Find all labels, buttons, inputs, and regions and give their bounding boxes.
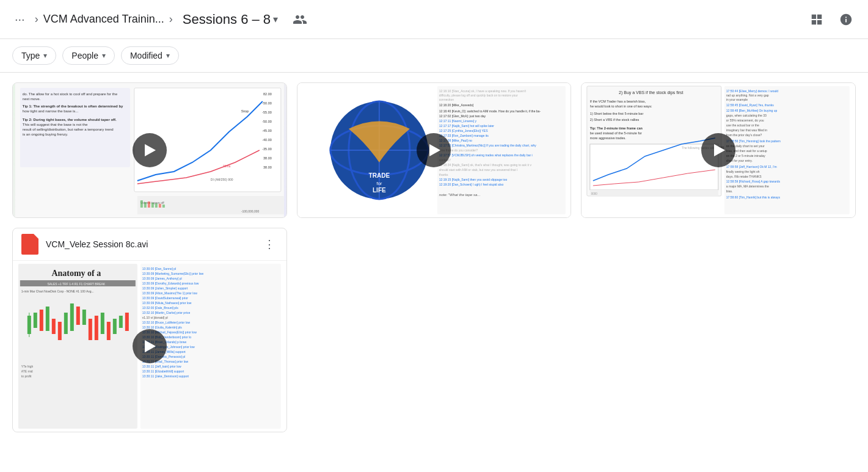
grid-view-button[interactable] bbox=[804, 7, 829, 32]
svg-text:13:30:00 [Dan_Sanno] pl: 13:30:00 [Dan_Sanno] pl bbox=[142, 267, 176, 270]
svg-rect-108 bbox=[27, 316, 31, 334]
svg-text:Tip 1: The strength of the bre: Tip 1: The strength of the breakout is o… bbox=[23, 104, 123, 108]
svg-text:ATE mid: ATE mid bbox=[21, 369, 33, 373]
svg-text:gaps, when calculating the 33: gaps, when calculating the 33 bbox=[726, 114, 767, 117]
bottom-grid: VCM_Velez Session 8c.avi ⋮ Anatomy of a … bbox=[12, 228, 856, 432]
type-filter-chip[interactable]: Type ▾ bbox=[12, 46, 56, 65]
svg-rect-24 bbox=[144, 202, 147, 208]
play-button-1[interactable] bbox=[133, 133, 167, 167]
svg-text:13:30:09 [Marketing_Surname(El: 13:30:09 [Marketing_Surname(Elic)] prior… bbox=[142, 272, 204, 275]
list-card-header: VCM_Velez Session 8c.avi ⋮ bbox=[13, 228, 286, 261]
svg-text:13:30:09 [Alton_Masimo(The 1] : 13:30:09 [Alton_Masimo(The 1] prior low bbox=[142, 291, 197, 295]
svg-text:38.00: 38.00 bbox=[263, 165, 272, 169]
svg-text:-40.00: -40.00 bbox=[262, 138, 272, 142]
svg-text:Tip: The 2-minute time frame c: Tip: The 2-minute time frame can bbox=[590, 126, 643, 130]
svg-rect-125 bbox=[119, 316, 123, 328]
svg-text:12:19:15 [Najib_Sami] then you: 12:19:15 [Najib_Sami] then you avoid sli… bbox=[439, 178, 507, 181]
svg-text:82.00: 82.00 bbox=[263, 92, 272, 96]
svg-text:17:58:58 [Jeff_Harrison] Ok M : 17:58:58 [Jeff_Harrison] Ok M 12, I'm bbox=[726, 165, 777, 169]
type-filter-arrow: ▾ bbox=[43, 51, 47, 60]
svg-text:12:18:34 [Najib_Sami] ok, that: 12:18:34 [Najib_Sami] ok, that's what I … bbox=[439, 163, 531, 167]
svg-rect-25 bbox=[148, 202, 150, 208]
svg-text:12:17:57 [VCMJBUSH] oh veeing : 12:17:57 [VCMJBUSH] oh veeing trades wha… bbox=[439, 153, 532, 157]
thumbnail-card-1[interactable]: do. The allow for a hot stock to cool of… bbox=[12, 82, 287, 218]
modified-filter-arrow: ▾ bbox=[166, 51, 170, 60]
sessions-dropdown-arrow: ▾ bbox=[273, 13, 278, 25]
play-button-2[interactable] bbox=[417, 133, 451, 167]
breadcrumb-chevron-2: › bbox=[169, 13, 173, 26]
svg-text:v1.10 vi [donaid] pl: v1.10 vi [donaid] pl bbox=[142, 316, 168, 319]
thumbnail-image-3: 2) Buy a VBS if the stock dips first If … bbox=[582, 83, 855, 217]
breadcrumb-chevron-1: › bbox=[35, 13, 38, 26]
svg-text:1) Short below the first 5-min: 1) Short below the first 5-minute bar bbox=[590, 112, 644, 115]
svg-rect-116 bbox=[64, 313, 68, 334]
list-card-vcm[interactable]: VCM_Velez Session 8c.avi ⋮ Anatomy of a … bbox=[12, 228, 287, 432]
file-name-label: VCM_Velez Session 8c.avi bbox=[46, 239, 253, 249]
people-filter-chip[interactable]: People ▾ bbox=[62, 46, 115, 65]
svg-text:be used instead of the 5-minut: be used instead of the 5-minute for bbox=[590, 131, 642, 135]
svg-text:days. Rib retake THANKS: days. Rib retake THANKS bbox=[726, 175, 762, 178]
svg-rect-118 bbox=[76, 307, 80, 325]
svg-text:17:50:44 [Eliee_Merry] demos: : 17:50:44 [Eliee_Merry] demos: I would bbox=[726, 89, 779, 93]
sessions-title: Sessions 6 – 8 bbox=[183, 12, 271, 27]
more-options-button[interactable]: ⋮ bbox=[260, 234, 279, 254]
svg-rect-27 bbox=[155, 203, 158, 208]
svg-text:for: for bbox=[376, 181, 382, 186]
svg-rect-28 bbox=[159, 204, 161, 208]
svg-text:13:30:09 [Dorothy_Edwards] pre: 13:30:09 [Dorothy_Edwards] previous low bbox=[142, 281, 199, 285]
svg-text:SALES +1 TRF 1-4 R1 F1 CHART B: SALES +1 TRF 1-4 R1 F1 CHART BREAK bbox=[48, 282, 106, 286]
svg-rect-122 bbox=[101, 313, 104, 334]
thumbnail-grid: do. The allow for a hot stock to cool of… bbox=[12, 82, 856, 218]
file-icon-inner bbox=[21, 234, 38, 255]
svg-text:result of selling/distribution: result of selling/distribution, but rath… bbox=[23, 128, 114, 131]
svg-text:13:32:10 [Martin_Clarke] prior: 13:32:10 [Martin_Clarke] prior price bbox=[142, 311, 191, 314]
breadcrumb-parent-title[interactable]: VCM Advanced Trainin... bbox=[43, 13, 164, 26]
svg-text:1-min Mar Chart NowDisk Corp -: 1-min Mar Chart NowDisk Corp - NONE #1 1… bbox=[21, 289, 94, 293]
svg-text:-50.00: -50.00 bbox=[262, 120, 272, 123]
svg-rect-26 bbox=[151, 203, 154, 208]
svg-text:imaginary bar that was filled : imaginary bar that was filled in bbox=[726, 128, 767, 132]
svg-text:from the prior day's close?: from the prior day's close? bbox=[726, 133, 762, 137]
svg-text:20ma: 20ma bbox=[223, 164, 231, 168]
svg-text:TRADE: TRADE bbox=[368, 172, 390, 179]
svg-text:-35.00: -35.00 bbox=[262, 147, 272, 151]
svg-text:12:16:20 [Mike_Acevedo]: 12:16:20 [Mike_Acevedo] bbox=[439, 103, 473, 107]
svg-rect-126 bbox=[125, 313, 129, 331]
svg-text:-50.00: -50.00 bbox=[262, 101, 272, 105]
content-area: do. The allow for a hot stock to cool of… bbox=[0, 73, 868, 442]
sessions-dropdown[interactable]: Sessions 6 – 8 ▾ bbox=[178, 9, 283, 30]
svg-rect-29 bbox=[162, 205, 165, 208]
svg-rect-111 bbox=[34, 313, 37, 328]
svg-rect-124 bbox=[113, 319, 117, 334]
svg-text:17:58:56 [Tim_Henning] look th: 17:58:56 [Tim_Henning] look the pattern bbox=[726, 139, 781, 143]
svg-text:13:30:11 [Jake_Dennison] suppo: 13:30:11 [Jake_Dennison] support bbox=[142, 374, 189, 378]
svg-text:12:58:45 [David_Ryan] Yes, tha: 12:58:45 [David_Ryan] Yes, thanks bbox=[726, 103, 774, 107]
svg-text:more aggressive trades.: more aggressive trades. bbox=[590, 136, 626, 140]
svg-text:to profit: to profit bbox=[21, 374, 32, 378]
header-right-actions bbox=[804, 7, 858, 32]
thumbnail-card-3[interactable]: 2) Buy a VBS if the stock dips first If … bbox=[581, 82, 856, 218]
play-button-3[interactable] bbox=[701, 133, 735, 167]
svg-text:12:17:02 [Glen_McA]: just two : 12:17:02 [Glen_McA]: just two day bbox=[439, 114, 486, 118]
svg-rect-121 bbox=[95, 316, 98, 340]
people-filter-arrow: ▾ bbox=[102, 51, 106, 60]
svg-text:-45.00: -45.00 bbox=[262, 129, 272, 133]
svg-text:YTe high: YTe high bbox=[21, 365, 34, 368]
svg-text:Anatomy of a: Anatomy of a bbox=[51, 269, 101, 278]
svg-text:12:16:40 [Kevin_O]: switched t: 12:16:40 [Kevin_O]: switched to AIM mode… bbox=[439, 109, 541, 113]
people-icon-button[interactable] bbox=[288, 7, 312, 32]
svg-text:should start with AIM or stab,: should start with AIM or stab, but now y… bbox=[439, 168, 517, 172]
modified-filter-chip[interactable]: Modified ▾ bbox=[121, 46, 179, 65]
info-button[interactable] bbox=[834, 7, 858, 32]
svg-text:is an ongoing buying frenzy.: is an ongoing buying frenzy. bbox=[23, 133, 68, 136]
thumbnail-image-2: TRADE for LIFE 12:16:10 [Stan_Acuna] ok,… bbox=[297, 83, 571, 217]
thumbnail-card-2[interactable]: TRADE for LIFE 12:16:10 [Stan_Acuna] ok,… bbox=[297, 82, 572, 218]
svg-text:12:17:11 [Naomi_Linares] y: 12:17:11 [Naomi_Linares] y bbox=[439, 119, 476, 123]
svg-text:This will suggest that the bas: This will suggest that the base is not t… bbox=[23, 123, 88, 126]
svg-text:2) Buy a VBS if the stock dips: 2) Buy a VBS if the stock dips first bbox=[619, 90, 683, 95]
svg-text:how tight and narrow the base : how tight and narrow the base is... bbox=[23, 109, 79, 113]
people-filter-label: People bbox=[71, 51, 98, 60]
play-button-4[interactable] bbox=[133, 329, 167, 363]
more-options-icon[interactable]: ··· bbox=[10, 10, 30, 29]
file-icon bbox=[20, 234, 40, 254]
